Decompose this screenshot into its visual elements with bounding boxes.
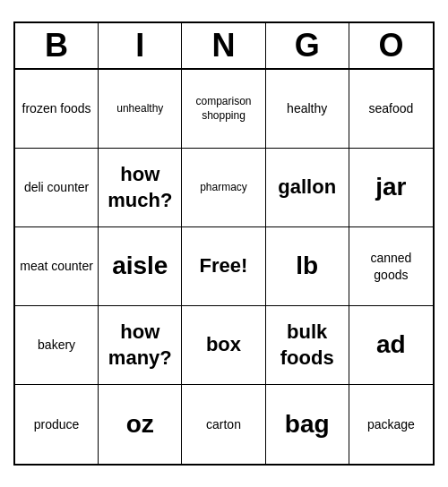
bingo-cell: comparison shopping xyxy=(182,70,265,149)
bingo-cell: lb xyxy=(266,227,349,306)
bingo-cell: bakery xyxy=(15,306,99,385)
bingo-cell: canned goods xyxy=(349,227,433,306)
header-letter: G xyxy=(266,23,349,68)
bingo-header: BINGO xyxy=(15,23,433,70)
bingo-cell: healthy xyxy=(266,70,349,149)
bingo-grid: frozen foodsunhealthycomparison shopping… xyxy=(15,70,433,464)
header-letter: B xyxy=(15,23,99,68)
bingo-cell: gallon xyxy=(266,149,349,227)
bingo-cell: unhealthy xyxy=(99,70,182,149)
bingo-cell: seafood xyxy=(349,70,433,149)
header-letter: O xyxy=(349,23,433,68)
bingo-cell: deli counter xyxy=(15,149,99,227)
bingo-cell: meat counter xyxy=(15,227,99,306)
bingo-cell: jar xyxy=(349,149,433,227)
bingo-cell: aisle xyxy=(99,227,182,306)
bingo-cell: how many? xyxy=(99,306,182,385)
header-letter: N xyxy=(182,23,265,68)
bingo-cell: bag xyxy=(266,385,349,464)
header-letter: I xyxy=(99,23,182,68)
bingo-cell: ad xyxy=(349,306,433,385)
bingo-cell: pharmacy xyxy=(182,149,265,227)
bingo-cell: box xyxy=(182,306,265,385)
bingo-cell: how much? xyxy=(99,149,182,227)
bingo-card: BINGO frozen foodsunhealthycomparison sh… xyxy=(13,21,435,466)
bingo-cell: produce xyxy=(15,385,99,464)
bingo-cell: Free! xyxy=(182,227,265,306)
bingo-cell: package xyxy=(349,385,433,464)
bingo-cell: carton xyxy=(182,385,265,464)
bingo-cell: bulk foods xyxy=(266,306,349,385)
bingo-cell: frozen foods xyxy=(15,70,99,149)
bingo-cell: oz xyxy=(99,385,182,464)
